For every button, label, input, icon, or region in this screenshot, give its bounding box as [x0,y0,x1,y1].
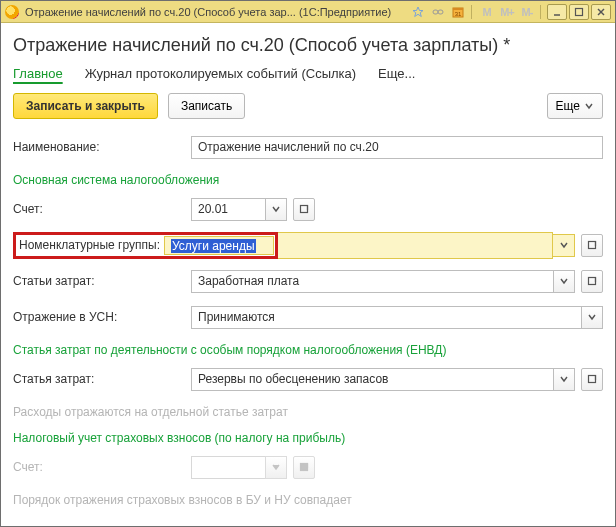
label-cost-item-envd: Статья затрат: [13,372,191,386]
row-nomenclature-groups: Номенклатурные группы: Услуги аренды [13,231,603,259]
toolbar-more-label: Еще [556,99,580,113]
label-nomenclature: Номенклатурные группы: [17,236,164,255]
account-insurance-dropdown-button [265,456,287,479]
link-icon[interactable] [429,4,447,20]
row-cost-item-envd: Статья затрат: [13,365,603,393]
cost-items-open-button[interactable] [581,270,603,293]
titlebar-separator [471,5,472,19]
save-button[interactable]: Записать [168,93,245,119]
favorite-icon[interactable] [409,4,427,20]
usn-dropdown-button[interactable] [581,306,603,329]
close-button[interactable] [591,4,611,20]
section-envd: Статья затрат по деятельности с особым п… [13,343,603,357]
cost-item-envd-open-button[interactable] [581,368,603,391]
svg-rect-11 [589,242,596,249]
account-open-button[interactable] [293,198,315,221]
account-dropdown-button[interactable] [265,198,287,221]
titlebar-separator [540,5,541,19]
save-and-close-button[interactable]: Записать и закрыть [13,93,158,119]
nomenclature-field-extent[interactable] [278,232,553,259]
section-main-tax: Основная система налогообложения [13,173,603,187]
row-account-insurance: Счет: [13,453,603,481]
page-title: Отражение начислений по сч.20 (Способ уч… [13,35,603,56]
row-usn: Отражение в УСН: [13,303,603,331]
account-insurance-open-button [293,456,315,479]
toolbar: Записать и закрыть Записать Еще [13,93,603,119]
m-button[interactable]: M [478,4,496,20]
label-account: Счет: [13,202,191,216]
nomenclature-open-button[interactable] [581,234,603,257]
section-insurance: Налоговый учет страховых взносов (по нал… [13,431,603,445]
minimize-button[interactable] [547,4,567,20]
row-account: Счет: [13,195,603,223]
nomenclature-selection: Услуги аренды [171,239,256,253]
content-area: Отражение начислений по сч.20 (Способ уч… [1,23,615,526]
nomenclature-highlight: Номенклатурные группы: Услуги аренды [13,232,278,259]
svg-rect-10 [301,206,308,213]
cost-items-dropdown-button[interactable] [553,270,575,293]
label-cost-items: Статьи затрат: [13,274,191,288]
svg-rect-13 [589,376,596,383]
titlebar: Отражение начислений по сч.20 (Способ уч… [1,1,615,23]
nomenclature-input[interactable]: Услуги аренды [164,236,274,255]
m-minus-button[interactable]: M- [518,4,536,20]
usn-input[interactable] [191,306,581,329]
tabs: Главное Журнал протоколируемых событий (… [13,66,603,89]
account-insurance-input [191,456,265,479]
account-input[interactable] [191,198,265,221]
tab-journal[interactable]: Журнал протоколируемых событий (Ссылка) [85,66,356,81]
app-logo-icon [5,5,19,19]
maximize-button[interactable] [569,4,589,20]
toolbar-more-button[interactable]: Еще [547,93,603,119]
tab-main[interactable]: Главное [13,66,63,81]
row-cost-items: Статьи затрат: [13,267,603,295]
svg-rect-12 [589,278,596,285]
tab-more[interactable]: Еще... [378,66,415,81]
calendar-icon[interactable]: 31 [449,4,467,20]
label-account-insurance: Счет: [13,460,191,474]
svg-rect-1 [433,10,438,14]
window-title: Отражение начислений по сч.20 (Способ уч… [25,6,391,18]
cost-item-envd-input[interactable] [191,368,553,391]
hint-envd: Расходы отражаются на отдельной статье з… [13,405,603,419]
cost-item-envd-dropdown-button[interactable] [553,368,575,391]
cost-items-input[interactable] [191,270,553,293]
svg-text:31: 31 [455,10,462,16]
label-name: Наименование: [13,140,191,154]
name-input[interactable] [191,136,603,159]
svg-rect-7 [576,8,583,15]
window-frame: Отражение начислений по сч.20 (Способ уч… [0,0,616,527]
svg-rect-2 [438,10,443,14]
hint-insurance: Порядок отражения страховых взносов в БУ… [13,493,603,507]
svg-marker-0 [413,7,423,17]
row-name: Наименование: [13,133,603,161]
nomenclature-dropdown-button[interactable] [553,234,575,257]
label-usn: Отражение в УСН: [13,310,191,324]
m-plus-button[interactable]: M+ [498,4,516,20]
